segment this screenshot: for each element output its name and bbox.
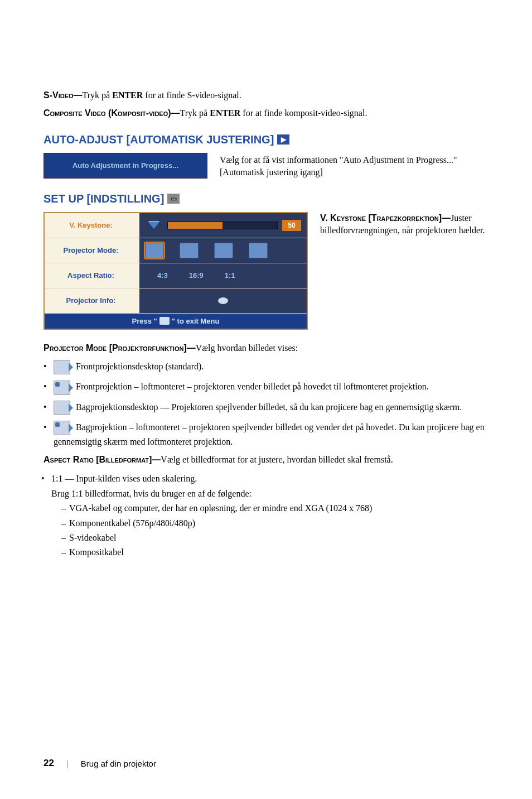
menu-footer-bar: Press " " to exit Menu (45, 314, 307, 329)
sub-vga: VGA-kabel og computer, der har en opløsn… (61, 502, 489, 514)
rear-ceiling-icon (54, 421, 70, 435)
setup-heading-text: SET UP [INDSTILLING] (43, 192, 164, 205)
auto-adjust-description: Vælg for at få vist informationen "Auto … (220, 153, 489, 179)
keystone-values: 50 (139, 213, 307, 238)
aspect-ratio-def-text: Vælg et billedformat for at justere, hvo… (161, 455, 393, 464)
svideo-definition: S-Video—Tryk på ENTER for at finde S-vid… (43, 89, 489, 102)
page-footer: 22 | Brug af din projektor (43, 758, 156, 769)
keystone-side-label: V. Keystone [Trapezkorrektion]— (320, 213, 451, 223)
info-icon (218, 297, 228, 304)
play-icon: ▶ (277, 134, 289, 145)
front-ceiling-icon (54, 381, 70, 395)
mode-text-0: Frontprojektionsdesktop (standard). (76, 362, 204, 371)
mode-icons (145, 243, 268, 258)
rear-ceiling-mode-icon (249, 243, 268, 258)
auto-adjust-heading-text: AUTO-ADJUST [AUTOMATISK JUSTERING] (43, 133, 274, 146)
aspect-4-3: 4:3 (157, 271, 168, 280)
projector-mode-row: Projector Mode: (45, 238, 307, 263)
document-page: S-Video—Tryk på ENTER for at finde S-vid… (0, 0, 532, 799)
mode-text-3: Bagprojektion – loftmonteret – projektor… (54, 422, 485, 446)
mode-rear-desktop: Bagprojektionsdesktop — Projektoren spej… (54, 401, 489, 415)
rear-desktop-icon (54, 401, 70, 415)
projector-info-label: Projector Info: (45, 296, 139, 305)
aspect-ratio-row: Aspect Ratio: 4:3 16:9 1:1 (45, 263, 307, 288)
footer-separator: | (66, 759, 69, 768)
composite-text1: Tryk på (180, 108, 210, 118)
projector-mode-values (139, 238, 307, 263)
aspect-1-1: 1:1 (225, 271, 235, 280)
composite-label: Composite Video (Komposit-video)— (43, 108, 180, 118)
one-to-one-lead: 1:1 — Input-kilden vises uden skalering. (51, 474, 197, 483)
aspect-ratio-definition: Aspect Ratio [Billedformat]—Vælg et bill… (43, 454, 489, 466)
setup-heading: SET UP [INDSTILLING] ▭ (43, 192, 489, 205)
mode-front-desktop: Frontprojektionsdesktop (standard). (54, 360, 489, 374)
auto-adjust-progress-box: Auto Adjustment in Progress... (43, 153, 207, 179)
svideo-label: S-Video— (43, 90, 83, 100)
projector-info-row: Projector Info: (45, 288, 307, 314)
setup-menu-screenshot: V. Keystone: 50 Projector Mode: (43, 212, 308, 330)
projector-modes-list: Frontprojektionsdesktop (standard). Fron… (43, 360, 489, 449)
mode-text-2: Bagprojektionsdesktop — Projektoren spej… (76, 402, 462, 412)
projector-mode-def-text: Vælg hvordan billedet vises: (196, 343, 298, 353)
footer-pre: Press " (132, 317, 157, 325)
projector-mode-label: Projector Mode: (45, 246, 139, 254)
triangle-down-icon (148, 222, 159, 229)
aspect-16-9: 16:9 (189, 271, 204, 280)
aspect-ratio-def-label: Aspect Ratio [Billedformat]— (43, 455, 161, 464)
composite-key: ENTER (210, 108, 240, 118)
front-desktop-icon (54, 360, 70, 374)
sub-component: Komponentkabel (576p/480i/480p) (61, 517, 489, 530)
keystone-value: 50 (282, 220, 301, 231)
one-to-one-intro: Brug 1:1 billedformat, hvis du bruger en… (51, 487, 489, 500)
sub-svideo: S-videokabel (61, 532, 489, 544)
keystone-row: V. Keystone: 50 (45, 213, 307, 238)
front-desktop-mode-icon (145, 243, 164, 258)
auto-adjust-row: Auto Adjustment in Progress... Vælg for … (43, 153, 489, 179)
aspect-ratio-label: Aspect Ratio: (45, 271, 139, 280)
auto-adjust-heading: AUTO-ADJUST [AUTOMATISK JUSTERING] ▶ (43, 133, 489, 146)
composite-text2: for at finde komposit-video-signal. (240, 108, 367, 118)
one-to-one-item: 1:1 — Input-kilden vises uden skalering.… (51, 472, 489, 559)
front-ceiling-mode-icon (180, 243, 199, 258)
rear-desktop-mode-icon (214, 243, 233, 258)
page-number: 22 (43, 758, 54, 769)
svideo-text2: for at finde S-video-signal. (143, 90, 241, 100)
mode-rear-ceiling: Bagprojektion – loftmonteret – projektor… (54, 421, 489, 449)
aspect-ratio-values: 4:3 16:9 1:1 (139, 263, 307, 288)
keystone-description: V. Keystone [Trapezkorrektion]—Juster bi… (320, 212, 489, 237)
projector-mode-definition: Projector Mode [Projektorfunktion]—Vælg … (43, 342, 489, 354)
aspect-vals: 4:3 16:9 1:1 (145, 271, 235, 280)
aspect-ratio-list: 1:1 — Input-kilden vises uden skalering.… (43, 472, 489, 559)
footer-section: Brug af din projektor (81, 759, 156, 768)
mode-text-1: Frontprojektion – loftmonteret – projekt… (76, 382, 429, 391)
projector-mode-def-label: Projector Mode [Projektorfunktion]— (43, 343, 196, 353)
monitor-icon: ▭ (167, 194, 180, 204)
keystone-slider (167, 222, 278, 229)
mode-front-ceiling: Frontprojektion – loftmonteret – projekt… (54, 380, 489, 394)
composite-definition: Composite Video (Komposit-video)—Tryk på… (43, 107, 489, 119)
setup-row: V. Keystone: 50 Projector Mode: (43, 212, 489, 330)
one-to-one-sublist: VGA-kabel og computer, der har en opløsn… (61, 502, 489, 559)
svideo-text1: Tryk på (83, 90, 113, 100)
sub-composite: Kompositkabel (61, 546, 489, 559)
keystone-label: V. Keystone: (45, 221, 139, 229)
projector-info-values (139, 288, 307, 313)
menu-glyph-icon (159, 317, 170, 325)
footer-post: " to exit Menu (172, 317, 220, 325)
svideo-key: ENTER (112, 90, 143, 100)
